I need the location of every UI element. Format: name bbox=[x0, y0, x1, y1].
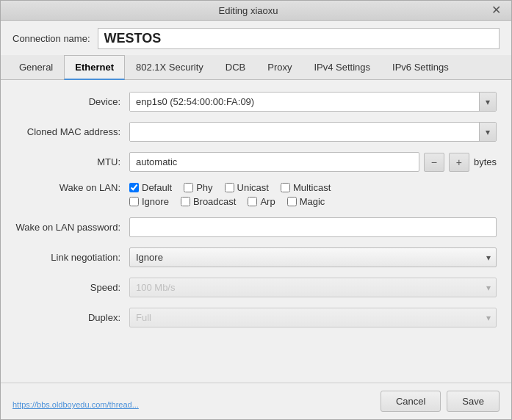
mtu-input[interactable] bbox=[129, 152, 419, 172]
duplex-label: Duplex: bbox=[15, 312, 129, 323]
tab-bar: General Ethernet 802.1X Security DCB Pro… bbox=[1, 55, 511, 80]
wake-phy-checkbox[interactable] bbox=[184, 183, 193, 192]
mtu-control: − + bytes bbox=[129, 152, 497, 172]
mtu-minus-btn[interactable]: − bbox=[424, 153, 444, 172]
wake-password-input[interactable] bbox=[129, 217, 497, 237]
cloned-mac-control: ▾ bbox=[129, 122, 497, 142]
wake-ignore-label: Ignore bbox=[142, 196, 169, 207]
speed-select[interactable]: 100 Mb/s 10 Mb/s 1000 Mb/s bbox=[129, 278, 497, 297]
wake-arp-item[interactable]: Arp bbox=[248, 196, 275, 207]
cloned-mac-dropdown-wrapper: ▾ bbox=[129, 122, 497, 142]
wake-arp-label: Arp bbox=[260, 196, 275, 207]
link-negotiation-row: Link negotiation: Ignore Automatic Manua… bbox=[15, 247, 497, 267]
speed-row: Speed: 100 Mb/s 10 Mb/s 1000 Mb/s bbox=[15, 278, 497, 297]
link-negotiation-control: Ignore Automatic Manual bbox=[129, 247, 497, 267]
wake-unicast-checkbox[interactable] bbox=[225, 183, 234, 192]
wake-ignore-checkbox[interactable] bbox=[129, 197, 139, 206]
tab-dcb[interactable]: DCB bbox=[214, 55, 256, 80]
close-button[interactable]: ✕ bbox=[488, 4, 504, 16]
mtu-label: MTU: bbox=[15, 156, 129, 167]
device-label: Device: bbox=[15, 96, 129, 107]
wake-phy-item[interactable]: Phy bbox=[184, 182, 212, 193]
wake-magic-item[interactable]: Magic bbox=[287, 196, 325, 207]
mtu-row: MTU: − + bytes bbox=[15, 152, 497, 172]
duplex-select-wrapper: Full Half bbox=[129, 308, 497, 327]
footer-link[interactable]: https://bbs.oldboyedu.com/thread... bbox=[12, 400, 139, 409]
wake-on-lan-row: Wake on LAN: Default Phy Unicast bbox=[15, 182, 497, 207]
duplex-row: Duplex: Full Half bbox=[15, 308, 497, 327]
cloned-mac-label: Cloned MAC address: bbox=[15, 126, 129, 137]
mtu-unit: bytes bbox=[474, 156, 497, 167]
wake-broadcast-item[interactable]: Broadcast bbox=[181, 196, 237, 207]
footer: https://bbs.oldboyedu.com/thread... Canc… bbox=[1, 383, 511, 419]
link-negotiation-select[interactable]: Ignore Automatic Manual bbox=[129, 247, 497, 267]
wake-default-label: Default bbox=[142, 182, 172, 193]
dialog: Editing xiaoxu ✕ Connection name: Genera… bbox=[0, 0, 512, 420]
tab-security[interactable]: 802.1X Security bbox=[125, 55, 214, 80]
wake-password-label: Wake on LAN password: bbox=[15, 222, 129, 233]
device-dropdown-btn[interactable]: ▾ bbox=[479, 93, 496, 111]
wake-broadcast-checkbox[interactable] bbox=[181, 197, 190, 206]
wake-multicast-item[interactable]: Multicast bbox=[281, 182, 331, 193]
speed-control: 100 Mb/s 10 Mb/s 1000 Mb/s bbox=[129, 278, 497, 297]
duplex-control: Full Half bbox=[129, 308, 497, 327]
cancel-button[interactable]: Cancel bbox=[381, 391, 441, 412]
wake-arp-checkbox[interactable] bbox=[248, 197, 257, 206]
cloned-mac-input[interactable] bbox=[130, 123, 479, 141]
speed-select-wrapper: 100 Mb/s 10 Mb/s 1000 Mb/s bbox=[129, 278, 497, 297]
device-dropdown-wrapper: ▾ bbox=[129, 92, 497, 112]
tab-content: Device: ▾ Cloned MAC address: ▾ MTU: bbox=[1, 80, 511, 383]
wake-default-item[interactable]: Default bbox=[129, 182, 172, 193]
wake-phy-label: Phy bbox=[196, 182, 212, 193]
speed-label: Speed: bbox=[15, 282, 129, 293]
wake-password-control bbox=[129, 217, 497, 237]
device-control: ▾ bbox=[129, 92, 497, 112]
wake-multicast-label: Multicast bbox=[293, 182, 331, 193]
cloned-mac-dropdown-btn[interactable]: ▾ bbox=[479, 123, 496, 141]
wake-unicast-item[interactable]: Unicast bbox=[225, 182, 269, 193]
wake-on-lan-label: Wake on LAN: bbox=[15, 182, 129, 193]
connection-name-input[interactable] bbox=[98, 28, 500, 49]
cloned-mac-row: Cloned MAC address: ▾ bbox=[15, 122, 497, 142]
duplex-select[interactable]: Full Half bbox=[129, 308, 497, 327]
connection-name-row: Connection name: bbox=[1, 21, 511, 55]
device-row: Device: ▾ bbox=[15, 92, 497, 112]
wake-magic-label: Magic bbox=[300, 196, 325, 207]
wake-magic-checkbox[interactable] bbox=[287, 197, 297, 206]
device-input[interactable] bbox=[130, 93, 479, 111]
wake-unicast-label: Unicast bbox=[237, 182, 269, 193]
save-button[interactable]: Save bbox=[447, 391, 500, 412]
title-bar: Editing xiaoxu ✕ bbox=[1, 1, 511, 21]
wake-multicast-checkbox[interactable] bbox=[281, 183, 290, 192]
wake-default-checkbox[interactable] bbox=[129, 183, 139, 192]
dialog-title: Editing xiaoxu bbox=[8, 5, 488, 16]
tab-ethernet[interactable]: Ethernet bbox=[64, 55, 125, 80]
wake-ignore-item[interactable]: Ignore bbox=[129, 196, 169, 207]
tab-ipv6[interactable]: IPv6 Settings bbox=[381, 55, 460, 80]
tab-general[interactable]: General bbox=[8, 55, 64, 80]
wake-password-row: Wake on LAN password: bbox=[15, 217, 497, 237]
link-negotiation-label: Link negotiation: bbox=[15, 252, 129, 263]
tab-ipv4[interactable]: IPv4 Settings bbox=[303, 55, 381, 80]
wake-on-lan-checkboxes: Default Phy Unicast Multicast bbox=[129, 182, 342, 207]
wake-row-2: Ignore Broadcast Arp Magic bbox=[129, 196, 342, 207]
mtu-plus-btn[interactable]: + bbox=[449, 153, 469, 172]
connection-name-label: Connection name: bbox=[12, 33, 90, 44]
wake-broadcast-label: Broadcast bbox=[193, 196, 237, 207]
tab-proxy[interactable]: Proxy bbox=[256, 55, 303, 80]
link-negotiation-select-wrapper: Ignore Automatic Manual bbox=[129, 247, 497, 267]
wake-row-1: Default Phy Unicast Multicast bbox=[129, 182, 342, 193]
